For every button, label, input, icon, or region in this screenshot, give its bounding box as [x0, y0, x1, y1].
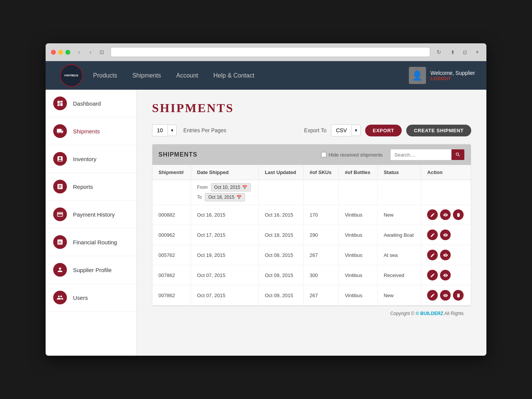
col-date-shipped: Date Shipped — [191, 165, 258, 180]
edit-action-button[interactable] — [427, 270, 438, 280]
table-row: 000962Oct 17, 2015Oct 18, 2015290Vintibu… — [152, 225, 471, 245]
col-last-updated: Last Updated — [258, 165, 303, 180]
sidebar-label-financial-routing: Financial Routing — [73, 239, 117, 245]
row-2-col-1: Oct 19, 2015 — [191, 245, 258, 265]
filter-empty-2 — [258, 180, 303, 205]
sidebar-item-shipments[interactable]: Shipments — [46, 117, 136, 145]
footer-brand: © — [416, 311, 419, 316]
row-3-col-0: 007862 — [152, 265, 191, 285]
hide-received-checkbox[interactable] — [321, 152, 326, 157]
edit-action-button[interactable] — [427, 290, 438, 301]
row-2-col-2: Oct 08, 2015 — [258, 245, 303, 265]
sidebar-item-users[interactable]: Users — [46, 284, 136, 312]
view-action-button[interactable] — [440, 250, 451, 260]
edit-action-button[interactable] — [427, 230, 438, 240]
action-icons-group — [427, 290, 465, 301]
sidebar-label-dashboard: Dashboard — [73, 100, 101, 107]
table-row: 007862Oct 07, 2015Oct 09, 2015267Vintibu… — [152, 285, 471, 306]
dot-yellow[interactable] — [58, 50, 63, 55]
row-4-col-4: Vintibus — [339, 285, 377, 306]
row-0-col-0: 000882 — [152, 205, 191, 225]
back-button[interactable]: ‹ — [74, 48, 84, 56]
edit-action-button[interactable] — [427, 250, 438, 260]
search-bar — [390, 149, 465, 160]
share-button[interactable]: ⬆ — [448, 48, 458, 56]
filter-empty-1 — [152, 180, 191, 205]
sidebar-item-supplier-profile[interactable]: Supplier Profile — [46, 256, 136, 284]
row-4-col-2: Oct 09, 2015 — [258, 285, 303, 306]
row-3-col-2: Oct 09, 2015 — [258, 265, 303, 285]
logout-button[interactable]: LOGOUT — [431, 76, 475, 81]
export-format-dropdown[interactable]: ▾ — [352, 125, 361, 136]
nav-help-contact[interactable]: Help & Contact — [214, 70, 255, 81]
date-from-row: From Oct 10, 2015 📅 — [197, 183, 252, 192]
action-icons-group — [427, 230, 465, 240]
row-3-actions — [421, 265, 471, 285]
new-tab-button[interactable]: + — [473, 48, 481, 56]
edit-action-button[interactable] — [427, 209, 438, 220]
table-row: 000882Oct 16, 2015Oct 16, 2015170Vintibu… — [152, 205, 471, 225]
view-action-button[interactable] — [440, 230, 451, 240]
row-1-col-5: Awaiting Boat — [377, 225, 421, 245]
row-1-col-1: Oct 17, 2015 — [191, 225, 258, 245]
sidebar-item-financial-routing[interactable]: Financial Routing — [46, 228, 136, 256]
date-filter: From Oct 10, 2015 📅 To — [197, 183, 252, 201]
reports-icon — [53, 180, 67, 193]
row-1-actions — [421, 225, 471, 245]
search-input[interactable] — [391, 150, 451, 160]
date-to-input[interactable]: Oct 18, 2015 📅 — [205, 193, 245, 201]
col-action: Action — [421, 165, 471, 180]
action-icons-group — [427, 209, 465, 220]
view-action-button[interactable] — [440, 209, 451, 220]
export-format-value: CSV — [331, 124, 352, 136]
row-2-actions — [421, 245, 471, 265]
refresh-button[interactable]: ↻ — [434, 48, 444, 56]
filter-empty-3 — [303, 180, 339, 205]
row-0-col-1: Oct 16, 2015 — [191, 205, 258, 225]
col-shipment-num: Shipment# — [152, 165, 191, 180]
user-avatar-icon: 👤 — [412, 70, 423, 81]
user-avatar: 👤 — [409, 67, 426, 84]
to-label: To — [197, 195, 202, 200]
dot-red[interactable] — [51, 50, 56, 55]
forward-button[interactable]: › — [86, 48, 95, 56]
sidebar-item-dashboard[interactable]: Dashboard — [46, 90, 136, 117]
shipments-table: Shipment# Date Shipped Last Updated #of … — [152, 165, 471, 306]
row-1-col-3: 290 — [303, 225, 339, 245]
sidebar-item-inventory[interactable]: Inventory — [46, 145, 136, 173]
row-3-col-5: Received — [377, 265, 421, 285]
browser-dots — [51, 50, 70, 55]
sidebar-label-supplier-profile: Supplier Profile — [73, 267, 112, 273]
sidebar-item-payment-history[interactable]: Payment History — [46, 201, 136, 228]
sidebar-toggle-button[interactable]: ⊡ — [460, 48, 470, 56]
row-1-col-4: Vintibus — [339, 225, 377, 245]
payment-history-icon — [53, 207, 67, 221]
row-4-col-5: New — [377, 285, 421, 306]
hide-received-toggle[interactable]: Hide received shipments — [321, 152, 383, 158]
delete-action-button[interactable] — [453, 209, 464, 220]
dot-green[interactable] — [65, 50, 70, 55]
row-0-col-3: 170 — [303, 205, 339, 225]
sidebar-item-reports[interactable]: Reports — [46, 173, 136, 201]
export-button[interactable]: EXPORT — [365, 125, 402, 136]
logo-area: VINTIBUS — [57, 61, 86, 90]
row-2-col-3: 267 — [303, 245, 339, 265]
delete-action-button[interactable] — [453, 290, 464, 301]
row-0-col-4: Vintibus — [339, 205, 377, 225]
date-from-input[interactable]: Oct 10, 2015 📅 — [211, 183, 251, 192]
table-row: 007862Oct 07, 2015Oct 09, 2015300Vintibu… — [152, 265, 471, 285]
sidebar-label-inventory: Inventory — [73, 156, 97, 162]
nav-products[interactable]: Products — [93, 70, 117, 81]
create-shipment-button[interactable]: CREATE SHIPMENT — [406, 125, 471, 136]
entries-dropdown-arrow[interactable]: ▾ — [168, 125, 177, 136]
search-button[interactable] — [451, 149, 464, 160]
row-4-col-0: 007862 — [152, 285, 191, 306]
view-action-button[interactable] — [440, 290, 451, 301]
address-bar[interactable] — [111, 47, 430, 57]
row-0-actions — [421, 205, 471, 225]
tab-button[interactable]: ⊡ — [97, 48, 107, 56]
nav-account[interactable]: Account — [176, 70, 198, 81]
view-action-button[interactable] — [440, 270, 451, 280]
nav-shipments[interactable]: Shipments — [132, 70, 161, 81]
nav-user: 👤 Welcome, Supplier LOGOUT — [409, 67, 475, 84]
